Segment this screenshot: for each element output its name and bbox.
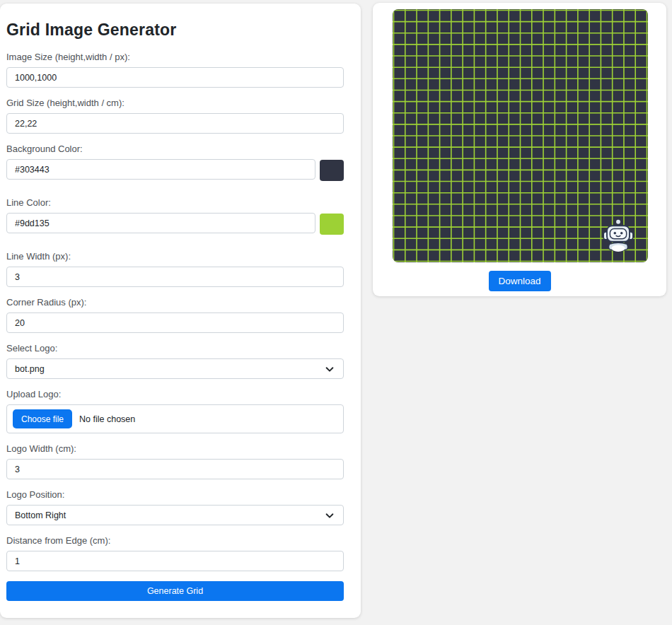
line-color-row (6, 213, 344, 235)
logo-position-label: Logo Position: (6, 489, 344, 500)
distance-from-edge-label: Distance from Edge (cm): (6, 535, 344, 546)
logo-file-input[interactable]: Choose file No file chosen (6, 404, 344, 433)
background-color-label: Background Color: (6, 144, 344, 154)
preview-panel: Download (373, 3, 666, 296)
line-width-input[interactable] (6, 267, 344, 287)
grid-size-input[interactable] (6, 113, 344, 134)
logo-position-select[interactable]: Bottom Right (6, 505, 344, 525)
line-width-label: Line Width (px): (6, 251, 344, 262)
bot-logo-icon (603, 218, 634, 252)
distance-from-edge-input[interactable] (6, 551, 344, 571)
line-color-swatch[interactable] (320, 214, 344, 235)
background-color-input[interactable] (6, 159, 315, 180)
image-size-label: Image Size (height,width / px): (6, 52, 344, 62)
background-color-swatch[interactable] (320, 160, 344, 181)
line-color-input[interactable] (6, 213, 315, 233)
background-color-row (6, 159, 344, 181)
logo-width-label: Logo Width (cm): (6, 443, 344, 454)
download-button[interactable]: Download (488, 271, 550, 291)
line-color-label: Line Color: (6, 197, 344, 208)
chevron-down-icon (325, 510, 335, 520)
corner-radius-input[interactable] (6, 312, 344, 333)
logo-position-value: Bottom Right (15, 510, 66, 520)
corner-radius-label: Corner Radius (px): (6, 297, 344, 308)
settings-panel: Grid Image Generator Image Size (height,… (0, 4, 361, 618)
page-title: Grid Image Generator (6, 21, 344, 40)
image-size-input[interactable] (6, 67, 344, 88)
choose-file-button[interactable]: Choose file (13, 409, 72, 428)
chevron-down-icon (325, 364, 335, 374)
grid-size-label: Grid Size (height,width / cm): (6, 98, 344, 108)
logo-select-value: bot.png (15, 364, 45, 374)
upload-logo-label: Upload Logo: (6, 389, 344, 399)
file-chosen-status: No file chosen (79, 414, 135, 424)
grid-preview-image (393, 9, 648, 262)
logo-width-input[interactable] (6, 459, 344, 479)
logo-select[interactable]: bot.png (6, 358, 344, 379)
select-logo-label: Select Logo: (6, 343, 344, 354)
generate-grid-button[interactable]: Generate Grid (6, 581, 344, 601)
